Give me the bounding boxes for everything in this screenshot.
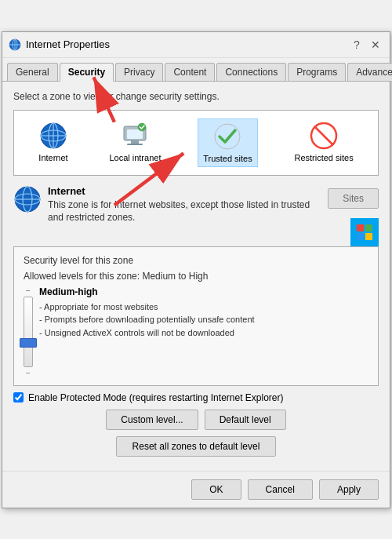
tab-connections[interactable]: Connections (216, 63, 286, 81)
level-description: Medium-high - Appropriate for most websi… (39, 286, 368, 340)
title-bar: Internet Properties ? ✕ (2, 32, 390, 58)
zone-description: Internet This zone is for Internet websi… (48, 185, 321, 225)
footer-buttons: OK Cancel Apply (2, 471, 390, 508)
zones-box: Internet Local intranet (13, 110, 379, 176)
security-slider[interactable]: − − (24, 286, 33, 377)
zone-info-section: Internet This zone is for Internet websi… (13, 185, 321, 225)
security-intro: Select a zone to view or change security… (13, 91, 379, 102)
slider-track (24, 297, 33, 367)
local-intranet-icon (121, 122, 149, 150)
zone-trusted-sites[interactable]: Trusted sites (198, 118, 258, 167)
internet-properties-window: Internet Properties ? ✕ General Security… (2, 31, 390, 508)
security-level-box: Security level for this zone Allowed lev… (13, 246, 379, 386)
internet-icon (39, 122, 67, 150)
zone-internet-label: Internet (38, 153, 67, 162)
zone-info-globe-icon (13, 185, 42, 213)
svg-line-16 (314, 126, 333, 145)
tab-advanced[interactable]: Advanced (347, 63, 392, 81)
cancel-button[interactable]: Cancel (248, 479, 313, 500)
tab-general[interactable]: General (7, 63, 58, 81)
reset-all-zones-button[interactable]: Reset all zones to default level (116, 436, 277, 457)
security-tab-content: Select a zone to view or change security… (2, 82, 390, 471)
close-button[interactable]: ✕ (368, 37, 383, 53)
restricted-sites-icon (310, 122, 338, 150)
trusted-sites-icon (213, 122, 241, 151)
custom-level-button[interactable]: Custom level... (106, 410, 198, 430)
level-items: - Appropriate for most websites - Prompt… (39, 300, 368, 340)
zone-info-title: Internet (48, 185, 321, 197)
window-title: Internet Properties (26, 38, 110, 50)
app-icon (9, 38, 21, 51)
protected-mode-checkbox[interactable] (13, 392, 24, 402)
apply-button[interactable]: Apply (319, 479, 379, 500)
level-item-1: - Appropriate for most websites (39, 300, 368, 314)
zone-internet[interactable]: Internet (34, 118, 72, 167)
help-button[interactable]: ? (349, 37, 365, 53)
zone-level-title: Allowed levels for this zone: Medium to … (24, 271, 368, 282)
zone-info-row: Internet This zone is for Internet websi… (13, 185, 379, 246)
tab-programs[interactable]: Programs (288, 63, 346, 81)
slider-row: − − Medium-high - Appropriate for most w… (24, 286, 368, 377)
svg-rect-12 (127, 144, 143, 145)
tab-content[interactable]: Content (165, 63, 215, 81)
tabs-bar: General Security Privacy Content Connect… (2, 58, 390, 82)
default-level-button[interactable]: Default level (205, 410, 286, 430)
zone-trusted-sites-label: Trusted sites (203, 154, 252, 163)
tab-privacy[interactable]: Privacy (115, 63, 163, 81)
security-zone-section-title: Security level for this zone (24, 255, 368, 266)
ok-button[interactable]: OK (191, 479, 241, 500)
protected-mode-label: Enable Protected Mode (requires restarti… (28, 392, 284, 403)
zone-restricted-sites-label: Restricted sites (294, 153, 353, 162)
tab-security[interactable]: Security (60, 63, 114, 82)
level-item-3: - Unsigned ActiveX controls will not be … (39, 326, 368, 340)
level-buttons-row: Custom level... Default level (13, 410, 379, 430)
protected-mode-row: Enable Protected Mode (requires restarti… (13, 392, 379, 403)
level-name: Medium-high (39, 286, 368, 297)
reset-btn-row: Reset all zones to default level (13, 436, 379, 457)
sites-button[interactable]: Sites (328, 188, 379, 209)
svg-point-13 (138, 123, 146, 131)
level-item-2: - Prompts before downloading potentially… (39, 313, 368, 326)
svg-rect-11 (131, 140, 139, 144)
slider-thumb (20, 338, 37, 348)
zone-local-intranet[interactable]: Local intranet (104, 118, 165, 167)
zone-restricted-sites[interactable]: Restricted sites (289, 118, 358, 167)
zone-local-intranet-label: Local intranet (109, 153, 161, 162)
windows-logo-icon (357, 224, 372, 240)
zone-info-desc: This zone is for Internet websites, exce… (48, 198, 321, 225)
